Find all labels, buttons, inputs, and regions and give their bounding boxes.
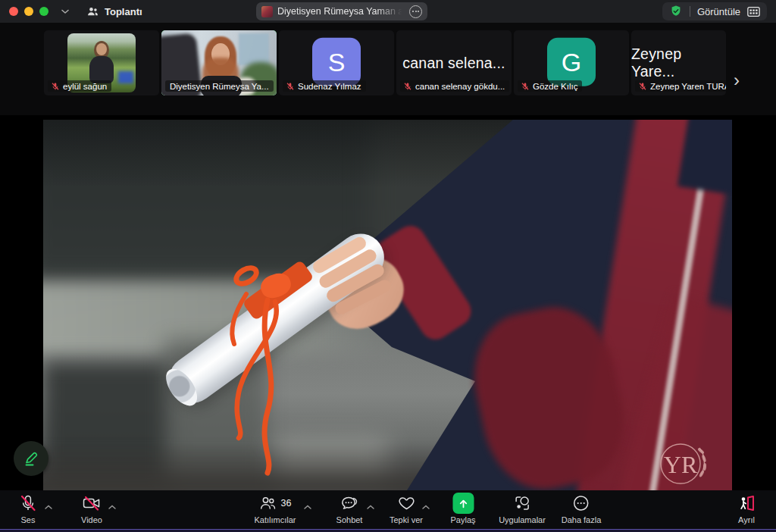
participant-name-tag: Gözde Kılıç	[518, 80, 582, 92]
participant-name: canan selenay gökdu...	[415, 82, 505, 91]
annotate-button[interactable]	[14, 441, 48, 476]
camera-muted-icon	[82, 494, 102, 512]
zoom-meeting-window: Toplantı Diyetisyen Rümeysa Yaman a Görü…	[0, 0, 776, 532]
minimize-button[interactable]	[24, 7, 33, 16]
audio-button[interactable]: Ses	[19, 493, 37, 524]
participant-tile-zeynep[interactable]: Zeynep Yare... Zeynep Yaren TURAN	[631, 30, 726, 95]
react-button[interactable]: Tepki ver	[390, 493, 423, 524]
close-button[interactable]	[9, 7, 18, 16]
participant-name: eylül sağun	[63, 82, 107, 91]
participant-tile-gozde[interactable]: G Gözde Kılıç	[514, 30, 629, 95]
participant-name: Zeynep Yaren TURAN	[650, 82, 726, 91]
mic-muted-icon	[403, 82, 412, 91]
chat-options-chevron[interactable]	[367, 500, 374, 512]
participant-name: Sudenaz Yılmaz	[298, 82, 361, 91]
apps-label: Uygulamalar	[499, 515, 546, 524]
meeting-menu-label: Toplantı	[105, 6, 142, 17]
video-options-chevron[interactable]	[108, 500, 116, 512]
screen-edge-strip	[0, 529, 776, 532]
tab-title: Diyetisyen Rümeysa Yaman a	[277, 6, 405, 17]
participant-name-tag: canan selenay gökdu...	[400, 80, 509, 92]
meeting-menu[interactable]: Toplantı	[86, 6, 142, 17]
ribbon-tails	[43, 120, 732, 490]
video-button[interactable]: Video	[81, 493, 102, 524]
yr-watermark-logo: YR	[656, 440, 712, 489]
participant-tile-canan[interactable]: canan selena... canan selenay gökdu...	[396, 30, 512, 95]
titlebar-right: Görüntüle	[662, 2, 767, 20]
participant-tile-rumeysa-active[interactable]: Diyetisyen Rümeysa Ya...	[161, 30, 277, 95]
chat-label: Sohbet	[336, 515, 363, 524]
share-screen-icon	[452, 493, 474, 514]
react-label: Tepki ver	[390, 515, 423, 524]
more-label: Daha fazla	[562, 515, 602, 524]
participant-filmstrip: eylül sağun Diyetisyen Rümeysa Ya... S	[0, 23, 776, 115]
fullscreen-button[interactable]	[39, 7, 48, 16]
leave-label: Ayrıl	[738, 515, 755, 524]
tab-avatar	[261, 6, 273, 17]
mic-muted-icon	[638, 82, 647, 91]
participant-name: Gözde Kılıç	[533, 82, 577, 91]
leave-meeting-icon	[737, 494, 756, 512]
participant-tile-eylul-sagun[interactable]: eylül sağun	[44, 30, 159, 95]
window-controls	[9, 7, 48, 16]
participant-name-tag: Zeynep Yaren TURAN	[635, 80, 726, 92]
meeting-toolbar: Ses Video	[0, 490, 776, 529]
participant-name-tag: eylül sağun	[48, 80, 111, 92]
participants-options-chevron[interactable]	[304, 500, 311, 512]
audio-label: Ses	[21, 515, 36, 524]
share-label: Paylaş	[450, 515, 475, 524]
video-label: Video	[81, 515, 102, 524]
more-ellipsis-icon	[572, 494, 590, 512]
mic-muted-icon	[521, 82, 530, 91]
apps-button[interactable]: Uygulamalar	[499, 493, 546, 524]
chat-button[interactable]: Sohbet	[336, 493, 363, 524]
filmstrip-next-chevron[interactable]: ›	[728, 70, 746, 91]
participants-label: Katılımcılar	[254, 515, 296, 524]
window-chevron-down-icon[interactable]	[61, 8, 70, 14]
pencil-icon	[22, 449, 40, 468]
react-options-chevron[interactable]	[422, 500, 430, 512]
participants-icon	[86, 6, 99, 17]
main-stage: YR	[0, 115, 776, 490]
participants-button[interactable]: 36 Katılımcılar	[254, 493, 296, 524]
view-button-label[interactable]: Görüntüle	[697, 6, 740, 17]
apps-icon	[513, 494, 531, 512]
avatar-initial: G	[547, 38, 596, 86]
audio-options-chevron[interactable]	[45, 500, 52, 512]
participant-name-tag: Sudenaz Yılmaz	[283, 80, 366, 92]
participants-icon	[259, 494, 277, 512]
leave-button[interactable]: Ayrıl	[737, 493, 756, 524]
chat-icon	[340, 494, 359, 512]
participant-name-tag: Diyetisyen Rümeysa Ya...	[165, 80, 274, 92]
participant-name: Diyetisyen Rümeysa Ya...	[170, 82, 269, 91]
watermark-monogram: YR	[664, 451, 698, 478]
participant-tile-sudenaz[interactable]: S Sudenaz Yılmaz	[279, 30, 394, 95]
heart-icon	[397, 494, 416, 512]
mic-muted-icon	[51, 82, 60, 91]
security-shield-icon[interactable]	[669, 5, 683, 18]
divider	[690, 6, 690, 17]
participants-count: 36	[281, 498, 292, 509]
avatar-initial: S	[312, 38, 361, 86]
titlebar: Toplantı Diyetisyen Rümeysa Yaman a Görü…	[0, 0, 776, 23]
shared-screen-tab[interactable]: Diyetisyen Rümeysa Yaman a	[256, 2, 427, 20]
shared-screen-video: YR	[43, 120, 732, 490]
more-button[interactable]: Daha fazla	[562, 493, 602, 524]
mic-muted-icon	[286, 82, 295, 91]
view-grid-icon[interactable]	[747, 6, 760, 17]
share-screen-button[interactable]: Paylaş	[450, 493, 475, 524]
tab-more-icon[interactable]	[409, 5, 422, 18]
mic-muted-icon	[19, 494, 37, 512]
